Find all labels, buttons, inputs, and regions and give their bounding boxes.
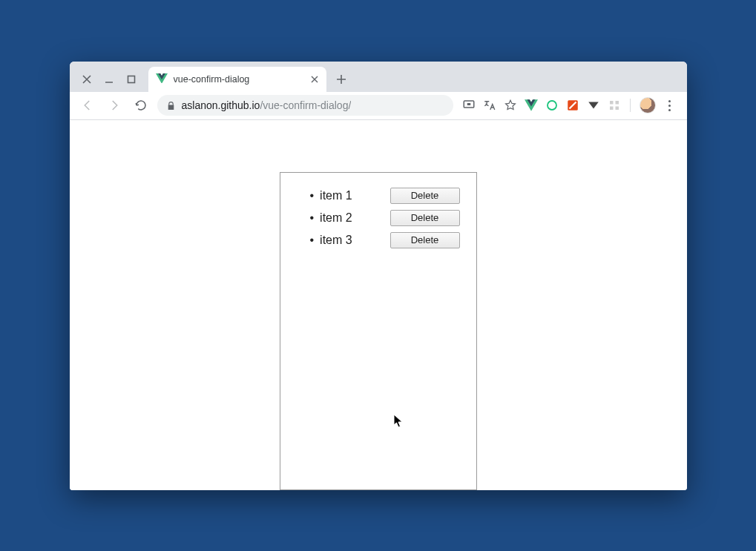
url-text: aslanon.github.io/vue-confirm-dialog/ [182,99,352,111]
url-host: aslanon.github.io [182,99,260,111]
item-list: item 1 Delete item 2 Delete item 3 Delet… [297,185,460,251]
delete-button[interactable]: Delete [390,188,460,204]
window-close-icon[interactable] [82,74,92,85]
svg-rect-6 [615,101,619,105]
item-label: item 2 [320,211,389,225]
svg-rect-0 [128,76,134,82]
red-extension-icon[interactable] [566,99,579,112]
grid-extension-icon[interactable] [608,99,621,112]
vue-favicon-icon [156,73,168,85]
vue-devtools-icon[interactable] [525,99,538,112]
translate-icon[interactable] [483,99,496,112]
svg-rect-7 [610,107,614,110]
delete-button[interactable]: Delete [390,210,460,226]
star-icon[interactable] [504,99,517,112]
toolbar-separator [630,99,631,112]
dark-extension-icon[interactable] [587,99,600,112]
svg-rect-2 [467,103,470,105]
svg-point-3 [548,101,556,110]
window-maximize-icon[interactable] [126,74,137,85]
address-bar[interactable]: aslanon.github.io/vue-confirm-dialog/ [157,95,453,116]
browser-window: vue-confirm-dialog aslanon.gith [70,62,687,490]
item-label: item 3 [320,234,389,247]
svg-rect-8 [615,107,619,110]
svg-rect-5 [610,101,614,105]
forward-button[interactable] [104,95,125,116]
tab-active[interactable]: vue-confirm-dialog [148,67,326,92]
window-controls [76,74,142,92]
delete-button[interactable]: Delete [390,232,460,248]
item-panel: item 1 Delete item 2 Delete item 3 Delet… [280,172,477,490]
extension-icons [459,97,680,113]
lock-icon [166,101,176,110]
list-item: item 1 Delete [310,185,460,207]
toolbar: aslanon.github.io/vue-confirm-dialog/ [70,92,687,120]
tab-strip: vue-confirm-dialog [142,62,352,92]
page-content: item 1 Delete item 2 Delete item 3 Delet… [70,120,687,490]
url-path: /vue-confirm-dialog/ [260,99,351,111]
item-label: item 1 [320,189,389,202]
new-tab-button[interactable] [331,69,352,90]
circle-extension-icon[interactable] [545,99,559,112]
back-button[interactable] [77,95,98,116]
profile-avatar[interactable] [640,97,656,113]
device-cast-icon[interactable] [462,99,476,112]
list-item: item 2 Delete [310,207,460,229]
tab-close-icon[interactable] [310,75,319,84]
browser-menu-button[interactable] [663,99,677,112]
reload-button[interactable] [131,95,151,116]
titlebar: vue-confirm-dialog [70,62,687,92]
tab-title: vue-confirm-dialog [174,74,304,85]
list-item: item 3 Delete [310,229,460,251]
window-minimize-icon[interactable] [104,74,114,85]
